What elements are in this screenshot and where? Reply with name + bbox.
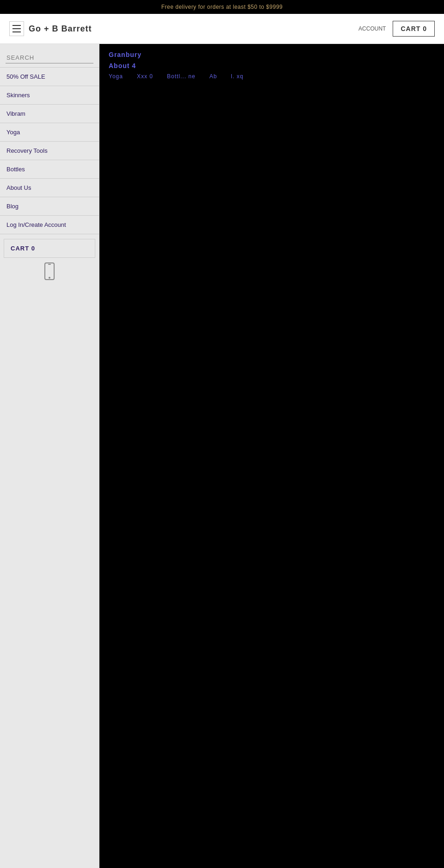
nav-item-recovery-tools: Recovery Tools: [0, 142, 99, 160]
header-right: ACCOUNT CART 0: [358, 21, 435, 37]
cart-count: 0: [423, 25, 427, 32]
main-layout: 50% Off SALE Skinners Vibram Yoga Recove…: [0, 44, 444, 868]
nav-item-vibram: Vibram: [0, 105, 99, 123]
announcement-text: Free delivery for orders at least $50 to…: [161, 4, 283, 10]
header-left: Go + B Barrett: [9, 21, 92, 36]
menu-toggle-button[interactable]: [9, 21, 24, 36]
nav-item-about-us: About Us: [0, 179, 99, 197]
nav-link-vibram[interactable]: Vibram: [0, 105, 99, 123]
nav-link-sale[interactable]: 50% Off SALE: [0, 68, 99, 86]
nav-link-yoga[interactable]: Yoga: [0, 123, 99, 141]
category-link-xq[interactable]: l. xq: [231, 73, 243, 80]
category-link-ab[interactable]: Ab: [210, 73, 217, 80]
category-nav-title: Granbury: [109, 51, 435, 58]
account-link[interactable]: ACCOUNT: [358, 25, 386, 32]
header-logo: Go + B Barrett: [29, 24, 92, 34]
nav-link-blog[interactable]: Blog: [0, 197, 99, 215]
hamburger-line-2: [12, 28, 21, 29]
phone-icon: [44, 262, 55, 280]
search-input[interactable]: [6, 52, 93, 63]
phone-icon-container: [0, 262, 99, 280]
nav-item-yoga: Yoga: [0, 123, 99, 142]
category-link-yoga[interactable]: Yoga: [109, 73, 123, 80]
nav-link-recovery-tools[interactable]: Recovery Tools: [0, 142, 99, 160]
cart-label: CART: [401, 25, 420, 32]
nav-item-skinners: Skinners: [0, 86, 99, 105]
category-nav-secondary: About 4: [109, 62, 435, 69]
content-area: Granbury About 4 Yoga Xxx 0 Bottl... ne …: [99, 44, 444, 868]
sidebar-search-container: [0, 49, 99, 68]
nav-link-skinners[interactable]: Skinners: [0, 86, 99, 104]
svg-rect-1: [48, 264, 51, 265]
hamburger-line-1: [12, 25, 21, 26]
category-nav-links: Yoga Xxx 0 Bottl... ne Ab l. xq: [109, 73, 435, 80]
nav-link-login[interactable]: Log In/Create Account: [0, 216, 99, 234]
category-link-bottl[interactable]: Bottl... ne: [167, 73, 196, 80]
hamburger-line-3: [12, 31, 21, 32]
cart-button[interactable]: CART 0: [393, 21, 435, 37]
category-nav: Granbury About 4 Yoga Xxx 0 Bottl... ne …: [99, 44, 444, 84]
nav-link-about-us[interactable]: About Us: [0, 179, 99, 197]
nav-item-blog: Blog: [0, 197, 99, 216]
announcement-bar: Free delivery for orders at least $50 to…: [0, 0, 444, 14]
category-link-xxx[interactable]: Xxx 0: [137, 73, 153, 80]
nav-link-bottles[interactable]: Bottles: [0, 160, 99, 178]
sidebar-nav: 50% Off SALE Skinners Vibram Yoga Recove…: [0, 68, 99, 234]
nav-item-bottles: Bottles: [0, 160, 99, 179]
nav-item-sale: 50% Off SALE: [0, 68, 99, 86]
sidebar: 50% Off SALE Skinners Vibram Yoga Recove…: [0, 44, 99, 868]
sidebar-cart-button[interactable]: CART 0: [4, 239, 95, 258]
svg-point-2: [49, 277, 50, 279]
header: Go + B Barrett ACCOUNT CART 0: [0, 14, 444, 44]
nav-item-login: Log In/Create Account: [0, 216, 99, 234]
